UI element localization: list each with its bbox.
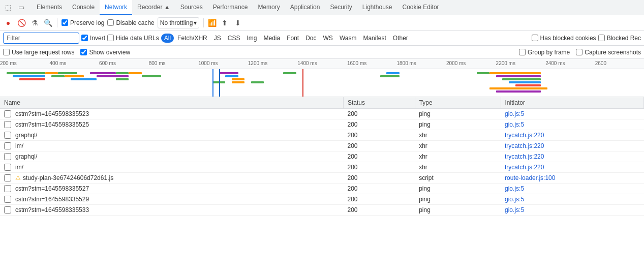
- search-icon[interactable]: 🔍: [43, 18, 53, 28]
- large-rows-label[interactable]: Use large request rows: [3, 49, 74, 56]
- invert-checkbox[interactable]: [81, 35, 88, 41]
- table-row[interactable]: graphql/200xhrtrycatch.js:220: [0, 130, 644, 141]
- large-rows-checkbox[interactable]: [3, 49, 10, 55]
- row-name: cstm?stm=1645598335527: [15, 185, 89, 192]
- row-checkbox-1[interactable]: [4, 121, 11, 128]
- filter-type-js[interactable]: JS: [211, 34, 224, 43]
- show-overview-text: Show overview: [89, 49, 130, 56]
- upload-icon[interactable]: ⬆: [220, 18, 230, 28]
- filter-type-manifest[interactable]: Manifest: [360, 34, 389, 43]
- inspect-icon[interactable]: ⬚: [2, 2, 14, 14]
- row-initiator[interactable]: gio.js:5: [501, 205, 643, 216]
- stop-button[interactable]: 🚫: [16, 18, 26, 28]
- throttle-arrow: ▾: [194, 19, 197, 26]
- row-checkbox-0[interactable]: [4, 110, 11, 117]
- throttle-value: No throttling: [160, 19, 193, 26]
- row-initiator[interactable]: trycatch.js:220: [501, 130, 643, 141]
- hide-data-urls-checkbox[interactable]: [107, 35, 114, 41]
- tab-bar: ⬚ ▭ ElementsConsoleNetworkRecorder ▲Sour…: [0, 0, 644, 15]
- group-by-frame-checkbox[interactable]: [519, 49, 526, 55]
- row-initiator[interactable]: gio.js:5: [501, 184, 643, 194]
- row-checkbox-5[interactable]: [4, 164, 11, 171]
- row-checkbox-4[interactable]: [4, 153, 11, 160]
- tab-cookie-editor[interactable]: Cookie Editor: [397, 0, 444, 15]
- filter-icon[interactable]: ⚗: [29, 18, 40, 28]
- filter-type-font[interactable]: Font: [284, 34, 302, 43]
- row-checkbox-6[interactable]: [4, 174, 11, 181]
- disable-cache-label[interactable]: Disable cache: [107, 19, 154, 26]
- tab-sources[interactable]: Sources: [175, 0, 208, 15]
- invert-text: Invert: [90, 35, 105, 42]
- filter-type-doc[interactable]: Doc: [302, 34, 319, 43]
- row-checkbox-8[interactable]: [4, 196, 11, 203]
- tab-console[interactable]: Console: [67, 0, 100, 15]
- row-initiator[interactable]: trycatch.js:220: [501, 141, 643, 151]
- filter-type-img[interactable]: Img: [243, 34, 260, 43]
- table-row[interactable]: graphql/200xhrtrycatch.js:220: [0, 151, 644, 162]
- preserve-log-label[interactable]: Preserve log: [62, 19, 104, 26]
- tab-memory[interactable]: Memory: [253, 0, 285, 15]
- row-initiator[interactable]: gio.js:5: [501, 194, 643, 205]
- throttle-dropdown[interactable]: No throttling ▾: [158, 17, 200, 28]
- row-initiator[interactable]: gio.js:5: [501, 119, 643, 130]
- table-row[interactable]: cstm?stm=1645598335533200pinggio.js:5: [0, 205, 644, 216]
- filter-type-fetch/xhr[interactable]: Fetch/XHR: [174, 34, 210, 43]
- device-icon[interactable]: ▭: [15, 2, 27, 14]
- table-row[interactable]: cstm?stm=1645598335523200pinggio.js:5: [0, 109, 644, 119]
- table-row[interactable]: ⚠study-plan-3e67424606d72d61.js200script…: [0, 173, 644, 184]
- tab-security[interactable]: Security: [325, 0, 357, 15]
- row-checkbox-2[interactable]: [4, 132, 11, 139]
- has-blocked-cookies-label[interactable]: Has blocked cookies: [532, 35, 596, 42]
- row-initiator[interactable]: trycatch.js:220: [501, 162, 643, 173]
- hide-data-urls-label[interactable]: Hide data URLs: [107, 35, 159, 42]
- divider-2: [203, 18, 204, 27]
- filter-type-ws[interactable]: WS: [320, 34, 336, 43]
- table-row[interactable]: im/200xhrtrycatch.js:220: [0, 162, 644, 173]
- ruler-tick-5: 1200 ms: [248, 60, 267, 66]
- download-icon[interactable]: ⬇: [233, 18, 243, 28]
- row-checkbox-9[interactable]: [4, 206, 11, 214]
- tab-recorder--[interactable]: Recorder ▲: [132, 0, 175, 15]
- record-button[interactable]: ●: [3, 18, 13, 28]
- show-overview-checkbox[interactable]: [80, 49, 87, 55]
- network-table: Name Status Type Initiator cstm?stm=1645…: [0, 97, 644, 216]
- tab-application[interactable]: Application: [285, 0, 325, 15]
- row-status: 200: [343, 162, 415, 173]
- row-checkbox-3[interactable]: [4, 142, 11, 149]
- row-initiator[interactable]: route-loader.js:100: [501, 173, 643, 184]
- tab-network[interactable]: Network: [100, 0, 132, 15]
- preserve-log-checkbox[interactable]: [62, 19, 68, 26]
- table-row[interactable]: cstm?stm=1645598335529200pinggio.js:5: [0, 194, 644, 205]
- blocked-rec-label[interactable]: Blocked Rec: [598, 35, 641, 42]
- group-by-frame-label[interactable]: Group by frame: [519, 49, 570, 56]
- table-row[interactable]: cstm?stm=1645598335527200pinggio.js:5: [0, 184, 644, 194]
- filter-type-other[interactable]: Other: [390, 34, 411, 43]
- timeline-container: 200 ms400 ms600 ms800 ms1000 ms1200 ms14…: [0, 59, 644, 97]
- filter-type-all[interactable]: All: [161, 34, 174, 43]
- row-initiator[interactable]: trycatch.js:220: [501, 151, 643, 162]
- row-checkbox-7[interactable]: [4, 185, 11, 192]
- table-row[interactable]: cstm?stm=1645598335525200pinggio.js:5: [0, 119, 644, 130]
- filter-type-media[interactable]: Media: [260, 34, 283, 43]
- capture-screenshots-checkbox[interactable]: [576, 49, 582, 55]
- timeline-chart[interactable]: [0, 69, 644, 97]
- capture-screenshots-label[interactable]: Capture screenshots: [576, 49, 641, 56]
- large-rows-text: Use large request rows: [12, 49, 74, 56]
- tab-performance[interactable]: Performance: [208, 0, 253, 15]
- invert-label[interactable]: Invert: [81, 35, 105, 42]
- disable-cache-checkbox[interactable]: [107, 19, 114, 26]
- show-overview-label[interactable]: Show overview: [80, 49, 130, 56]
- table-row[interactable]: im/200xhrtrycatch.js:220: [0, 141, 644, 151]
- wifi-icon[interactable]: 📶: [208, 19, 217, 27]
- filter-input[interactable]: [3, 33, 79, 44]
- filter-type-css[interactable]: CSS: [225, 34, 243, 43]
- timeline-marker-blue[interactable]: [212, 69, 213, 97]
- filter-type-wasm[interactable]: Wasm: [336, 34, 360, 43]
- tab-elements[interactable]: Elements: [32, 0, 67, 15]
- table-wrapper[interactable]: Name Status Type Initiator cstm?stm=1645…: [0, 97, 644, 229]
- row-type: xhr: [415, 162, 501, 173]
- tab-lighthouse[interactable]: Lighthouse: [357, 0, 397, 15]
- row-initiator[interactable]: gio.js:5: [501, 109, 643, 119]
- blocked-rec-checkbox[interactable]: [598, 35, 605, 41]
- has-blocked-cookies-checkbox[interactable]: [532, 35, 538, 41]
